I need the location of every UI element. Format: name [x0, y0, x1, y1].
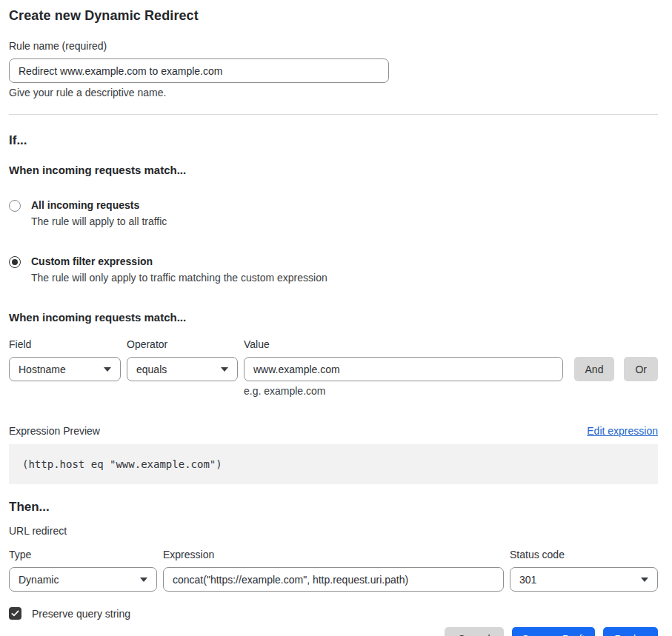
field-column: Field Hostname — [9, 338, 121, 381]
status-code-select[interactable]: 301 — [510, 567, 658, 592]
edit-expression-link[interactable]: Edit expression — [587, 425, 658, 438]
radio-option-custom-filter-expression[interactable]: Custom filter expression The rule will o… — [9, 255, 658, 284]
radio-all-requests-icon[interactable] — [9, 200, 21, 212]
radio-option-label: All incoming requests — [31, 199, 167, 212]
value-column: Value e.g. example.com — [244, 338, 563, 398]
operator-select-value: equals — [136, 364, 167, 375]
expression-preview-code: (http.host eq "www.example.com") — [9, 444, 658, 484]
chevron-down-icon — [104, 367, 111, 372]
checkmark-icon — [11, 609, 19, 617]
deploy-button[interactable]: Deploy — [603, 627, 658, 636]
operator-select[interactable]: equals — [127, 357, 238, 381]
expression-preview-label: Expression Preview — [9, 425, 100, 438]
expression-label: Expression — [163, 549, 504, 561]
chevron-down-icon — [221, 367, 228, 372]
filter-builder-row: Field Hostname Operator equals Value e.g… — [9, 338, 658, 398]
chevron-down-icon — [140, 578, 147, 582]
filter-builder-heading: When incoming requests match... — [9, 311, 658, 324]
rule-name-group: Rule name (required) Give your rule a de… — [9, 40, 658, 99]
rule-name-label: Rule name (required) — [9, 40, 658, 53]
expression-column: Expression — [163, 549, 504, 592]
cancel-button[interactable]: Cancel — [445, 627, 504, 636]
redirect-settings-row: Type Dynamic Expression Status code 301 — [9, 549, 658, 592]
status-code-label: Status code — [510, 549, 658, 561]
radio-option-label: Custom filter expression — [31, 255, 327, 268]
logic-buttons: And Or — [574, 357, 658, 381]
match-type-heading: When incoming requests match... — [9, 164, 658, 177]
value-input[interactable] — [244, 357, 563, 381]
url-redirect-label: URL redirect — [9, 525, 658, 538]
radio-option-description: The rule will only apply to traffic matc… — [31, 272, 327, 284]
checkbox-checked-icon[interactable] — [9, 607, 21, 620]
rule-name-input[interactable] — [9, 58, 389, 83]
and-button[interactable]: And — [574, 357, 615, 381]
field-label: Field — [9, 338, 121, 351]
field-select-value: Hostname — [19, 364, 66, 375]
save-as-draft-button[interactable]: Save as Draft — [512, 627, 596, 636]
status-code-column: Status code 301 — [510, 549, 658, 592]
then-heading: Then... — [9, 500, 658, 515]
if-heading: If... — [9, 133, 658, 148]
value-help: e.g. example.com — [244, 385, 563, 398]
radio-option-text: All incoming requests The rule will appl… — [31, 199, 167, 228]
value-label: Value — [244, 338, 563, 351]
radio-custom-expression-icon[interactable] — [9, 256, 21, 268]
type-select[interactable]: Dynamic — [9, 567, 157, 592]
radio-option-description: The rule will apply to all traffic — [31, 215, 167, 228]
type-column: Type Dynamic — [9, 549, 157, 592]
type-label: Type — [9, 549, 157, 561]
field-select[interactable]: Hostname — [9, 357, 121, 381]
create-redirect-form: Create new Dynamic Redirect Rule name (r… — [0, 0, 672, 636]
radio-option-all-incoming-requests[interactable]: All incoming requests The rule will appl… — [9, 199, 658, 228]
type-select-value: Dynamic — [19, 574, 59, 586]
rule-name-help: Give your rule a descriptive name. — [9, 87, 658, 99]
preserve-query-string-option[interactable]: Preserve query string — [9, 607, 658, 620]
section-divider — [9, 114, 658, 115]
preserve-query-string-label: Preserve query string — [32, 608, 130, 620]
or-button[interactable]: Or — [624, 357, 658, 381]
expression-preview-header: Expression Preview Edit expression — [9, 425, 658, 438]
redirect-expression-input[interactable] — [163, 567, 504, 592]
operator-column: Operator equals — [127, 338, 238, 381]
chevron-down-icon — [641, 578, 648, 582]
status-code-select-value: 301 — [519, 574, 536, 586]
operator-label: Operator — [127, 338, 238, 351]
radio-option-text: Custom filter expression The rule will o… — [31, 255, 327, 284]
page-title: Create new Dynamic Redirect — [9, 7, 658, 24]
form-actions: Cancel Save as Draft Deploy — [9, 627, 658, 636]
